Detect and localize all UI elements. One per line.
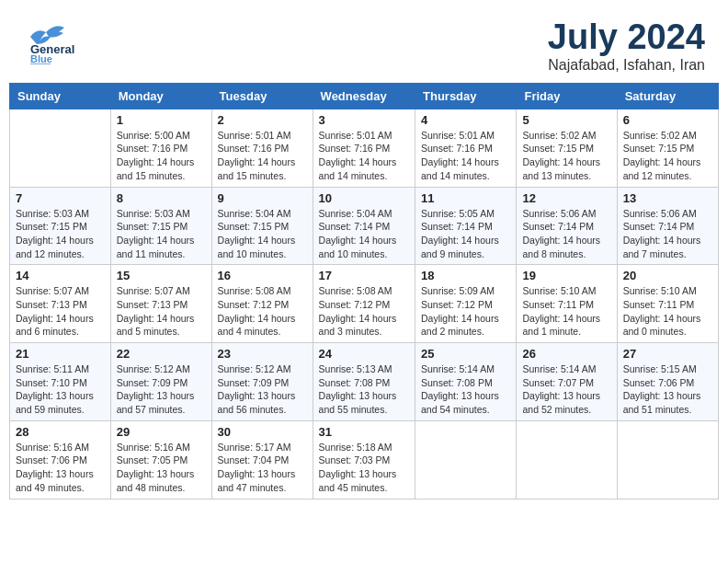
table-row: 10Sunrise: 5:04 AM Sunset: 7:14 PM Dayli…: [313, 187, 415, 265]
table-row: [517, 420, 617, 499]
day-detail: Sunrise: 5:14 AM Sunset: 7:07 PM Dayligh…: [522, 362, 610, 417]
table-row: [415, 420, 517, 499]
table-row: 1Sunrise: 5:00 AM Sunset: 7:16 PM Daylig…: [110, 109, 211, 187]
table-row: 23Sunrise: 5:12 AM Sunset: 7:09 PM Dayli…: [211, 343, 313, 421]
day-detail: Sunrise: 5:16 AM Sunset: 7:05 PM Dayligh…: [117, 441, 206, 495]
table-row: 7Sunrise: 5:03 AM Sunset: 7:15 PM Daylig…: [10, 187, 111, 265]
table-row: 27Sunrise: 5:15 AM Sunset: 7:06 PM Dayli…: [617, 343, 718, 421]
calendar-week-row: 1Sunrise: 5:00 AM Sunset: 7:16 PM Daylig…: [10, 109, 719, 187]
day-detail: Sunrise: 5:04 AM Sunset: 7:14 PM Dayligh…: [319, 207, 409, 261]
day-detail: Sunrise: 5:12 AM Sunset: 7:09 PM Dayligh…: [218, 362, 307, 417]
day-number: 10: [319, 191, 409, 205]
day-detail: Sunrise: 5:01 AM Sunset: 7:16 PM Dayligh…: [421, 129, 510, 183]
day-number: 11: [421, 191, 510, 205]
table-row: 19Sunrise: 5:10 AM Sunset: 7:11 PM Dayli…: [517, 265, 617, 343]
day-detail: Sunrise: 5:10 AM Sunset: 7:11 PM Dayligh…: [623, 284, 712, 339]
day-detail: Sunrise: 5:02 AM Sunset: 7:15 PM Dayligh…: [623, 129, 712, 183]
day-number: 28: [16, 425, 105, 439]
day-detail: Sunrise: 5:17 AM Sunset: 7:04 PM Dayligh…: [218, 441, 307, 495]
day-detail: Sunrise: 5:06 AM Sunset: 7:14 PM Dayligh…: [623, 207, 712, 261]
main-title: July 2024: [548, 18, 705, 57]
page-header: General Blue July 2024 Najafabad, Isfaha…: [9, 9, 719, 78]
subtitle: Najafabad, Isfahan, Iran: [548, 57, 705, 74]
day-number: 29: [117, 425, 206, 439]
table-row: 20Sunrise: 5:10 AM Sunset: 7:11 PM Dayli…: [617, 265, 718, 343]
day-number: 9: [218, 191, 307, 205]
day-number: 22: [117, 347, 206, 361]
day-number: 2: [218, 113, 307, 127]
day-detail: Sunrise: 5:18 AM Sunset: 7:03 PM Dayligh…: [319, 441, 409, 495]
col-sunday: Sunday: [10, 83, 111, 109]
logo: General Blue: [23, 18, 106, 64]
day-number: 23: [218, 347, 307, 361]
day-number: 21: [16, 347, 105, 361]
day-number: 31: [319, 425, 409, 439]
day-detail: Sunrise: 5:16 AM Sunset: 7:06 PM Dayligh…: [16, 441, 105, 495]
calendar-table: Sunday Monday Tuesday Wednesday Thursday…: [9, 83, 719, 500]
col-saturday: Saturday: [617, 83, 718, 109]
day-detail: Sunrise: 5:12 AM Sunset: 7:09 PM Dayligh…: [117, 362, 206, 417]
col-tuesday: Tuesday: [211, 83, 313, 109]
day-number: 18: [421, 269, 510, 282]
calendar-week-row: 7Sunrise: 5:03 AM Sunset: 7:15 PM Daylig…: [10, 187, 719, 265]
table-row: 13Sunrise: 5:06 AM Sunset: 7:14 PM Dayli…: [617, 187, 718, 265]
table-row: 22Sunrise: 5:12 AM Sunset: 7:09 PM Dayli…: [110, 343, 211, 421]
calendar-week-row: 21Sunrise: 5:11 AM Sunset: 7:10 PM Dayli…: [10, 343, 719, 421]
col-wednesday: Wednesday: [313, 83, 415, 109]
day-number: 16: [218, 269, 307, 282]
calendar-week-row: 28Sunrise: 5:16 AM Sunset: 7:06 PM Dayli…: [10, 420, 719, 499]
table-row: [617, 420, 718, 499]
day-number: 7: [16, 191, 105, 205]
day-detail: Sunrise: 5:08 AM Sunset: 7:12 PM Dayligh…: [319, 284, 409, 339]
day-number: 13: [623, 191, 712, 205]
day-number: 14: [16, 269, 105, 282]
table-row: 18Sunrise: 5:09 AM Sunset: 7:12 PM Dayli…: [415, 265, 517, 343]
day-number: 5: [522, 113, 610, 127]
table-row: 30Sunrise: 5:17 AM Sunset: 7:04 PM Dayli…: [211, 420, 313, 499]
day-detail: Sunrise: 5:03 AM Sunset: 7:15 PM Dayligh…: [117, 207, 206, 261]
table-row: 5Sunrise: 5:02 AM Sunset: 7:15 PM Daylig…: [517, 109, 617, 187]
day-number: 1: [117, 113, 206, 127]
day-detail: Sunrise: 5:09 AM Sunset: 7:12 PM Dayligh…: [421, 284, 510, 339]
title-block: July 2024 Najafabad, Isfahan, Iran: [548, 18, 705, 74]
day-number: 8: [117, 191, 206, 205]
table-row: 4Sunrise: 5:01 AM Sunset: 7:16 PM Daylig…: [415, 109, 517, 187]
day-number: 3: [319, 113, 409, 127]
col-friday: Friday: [517, 83, 617, 109]
calendar-week-row: 14Sunrise: 5:07 AM Sunset: 7:13 PM Dayli…: [10, 265, 719, 343]
col-thursday: Thursday: [415, 83, 517, 109]
table-row: 17Sunrise: 5:08 AM Sunset: 7:12 PM Dayli…: [313, 265, 415, 343]
day-detail: Sunrise: 5:04 AM Sunset: 7:15 PM Dayligh…: [218, 207, 307, 261]
day-detail: Sunrise: 5:08 AM Sunset: 7:12 PM Dayligh…: [218, 284, 307, 339]
day-detail: Sunrise: 5:07 AM Sunset: 7:13 PM Dayligh…: [16, 284, 105, 339]
day-number: 26: [522, 347, 610, 361]
day-detail: Sunrise: 5:06 AM Sunset: 7:14 PM Dayligh…: [522, 207, 610, 261]
day-number: 17: [319, 269, 409, 282]
day-detail: Sunrise: 5:10 AM Sunset: 7:11 PM Dayligh…: [522, 284, 610, 339]
table-row: 9Sunrise: 5:04 AM Sunset: 7:15 PM Daylig…: [211, 187, 313, 265]
day-number: 27: [623, 347, 712, 361]
table-row: 12Sunrise: 5:06 AM Sunset: 7:14 PM Dayli…: [517, 187, 617, 265]
table-row: 24Sunrise: 5:13 AM Sunset: 7:08 PM Dayli…: [313, 343, 415, 421]
table-row: 3Sunrise: 5:01 AM Sunset: 7:16 PM Daylig…: [313, 109, 415, 187]
day-number: 15: [117, 269, 206, 282]
day-detail: Sunrise: 5:05 AM Sunset: 7:14 PM Dayligh…: [421, 207, 510, 261]
day-detail: Sunrise: 5:00 AM Sunset: 7:16 PM Dayligh…: [117, 129, 206, 183]
day-number: 6: [623, 113, 712, 127]
day-detail: Sunrise: 5:13 AM Sunset: 7:08 PM Dayligh…: [319, 362, 409, 417]
table-row: 29Sunrise: 5:16 AM Sunset: 7:05 PM Dayli…: [110, 420, 211, 499]
day-number: 20: [623, 269, 712, 282]
day-detail: Sunrise: 5:03 AM Sunset: 7:15 PM Dayligh…: [16, 207, 105, 261]
svg-text:Blue: Blue: [30, 53, 52, 64]
day-detail: Sunrise: 5:14 AM Sunset: 7:08 PM Dayligh…: [421, 362, 510, 417]
day-number: 12: [522, 191, 610, 205]
calendar-header-row: Sunday Monday Tuesday Wednesday Thursday…: [10, 83, 719, 109]
day-detail: Sunrise: 5:01 AM Sunset: 7:16 PM Dayligh…: [319, 129, 409, 183]
table-row: 14Sunrise: 5:07 AM Sunset: 7:13 PM Dayli…: [10, 265, 111, 343]
day-number: 30: [218, 425, 307, 439]
day-detail: Sunrise: 5:15 AM Sunset: 7:06 PM Dayligh…: [623, 362, 712, 417]
day-detail: Sunrise: 5:01 AM Sunset: 7:16 PM Dayligh…: [218, 129, 307, 183]
table-row: 11Sunrise: 5:05 AM Sunset: 7:14 PM Dayli…: [415, 187, 517, 265]
table-row: 16Sunrise: 5:08 AM Sunset: 7:12 PM Dayli…: [211, 265, 313, 343]
day-detail: Sunrise: 5:02 AM Sunset: 7:15 PM Dayligh…: [522, 129, 610, 183]
